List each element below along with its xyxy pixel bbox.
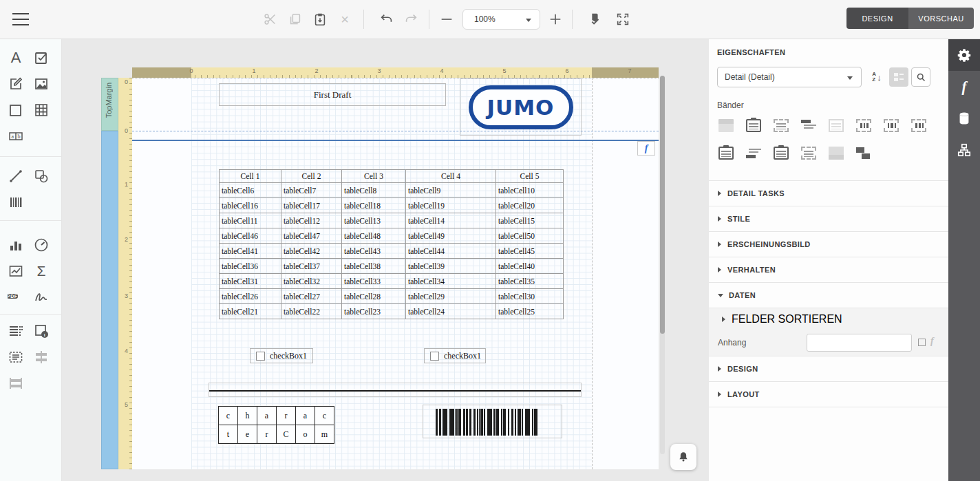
- table-cell[interactable]: tableCell31: [220, 274, 281, 289]
- logo-image-element[interactable]: JUMO: [460, 78, 582, 136]
- plain-band-icon[interactable]: [718, 119, 734, 132]
- table-cell[interactable]: tableCell19: [406, 198, 496, 213]
- text-tool-icon[interactable]: A: [7, 49, 25, 67]
- table-header-cell[interactable]: Cell 2: [281, 170, 342, 183]
- table-cell[interactable]: tableCell44: [406, 244, 496, 259]
- subreport-tool-icon[interactable]: [7, 322, 25, 340]
- table-cell[interactable]: tableCell26: [220, 289, 281, 304]
- section-erscheinungsbild[interactable]: ERSCHEINUNGSBILD: [709, 232, 948, 257]
- cut-icon[interactable]: [262, 11, 279, 28]
- image-tool-icon[interactable]: [32, 75, 50, 93]
- data-source-panel-button[interactable]: [948, 103, 980, 134]
- functions-panel-button[interactable]: f: [948, 71, 980, 103]
- table-cell[interactable]: tableCell7: [281, 183, 342, 198]
- report-band-icon[interactable]: [829, 119, 844, 132]
- table-cell[interactable]: tableCell24: [406, 304, 496, 319]
- table-cell[interactable]: tableCell35: [496, 274, 564, 289]
- zoom-level-select[interactable]: 100%: [462, 9, 540, 30]
- rectangle-tool-icon[interactable]: [7, 101, 25, 119]
- zoom-in-icon[interactable]: [547, 11, 564, 28]
- table-cell[interactable]: tableCell17: [281, 198, 342, 213]
- section-felder-sortieren[interactable]: FELDER SORTIEREN: [709, 308, 948, 330]
- section-verhalten[interactable]: VERHALTEN: [709, 257, 948, 283]
- data-header-band-icon[interactable]: [801, 119, 816, 132]
- section-daten[interactable]: DATEN: [709, 283, 948, 308]
- undo-icon[interactable]: [379, 11, 395, 28]
- table-cell[interactable]: tableCell20: [496, 198, 564, 213]
- page-footer-band-icon[interactable]: [718, 147, 734, 160]
- column-band-right-icon[interactable]: [911, 119, 926, 132]
- group-footer-band-icon[interactable]: [801, 147, 816, 160]
- table-cell[interactable]: tableCell15: [496, 213, 564, 228]
- table-cell[interactable]: tableCell32: [281, 274, 342, 289]
- band-separator-line[interactable]: [132, 140, 659, 141]
- report-tree-panel-button[interactable]: [948, 134, 980, 166]
- paste-icon[interactable]: [312, 11, 328, 28]
- table-cell[interactable]: tableCell50: [496, 228, 564, 244]
- detail-band[interactable]: [101, 131, 118, 469]
- search-properties-button[interactable]: [911, 67, 930, 87]
- delete-icon[interactable]: ×: [337, 11, 353, 28]
- horizontal-line-element[interactable]: [209, 383, 582, 397]
- overlay-band-icon[interactable]: [856, 147, 871, 160]
- element-selector-dropdown[interactable]: Detail (Detail): [717, 67, 862, 87]
- section-layout[interactable]: LAYOUT: [709, 382, 948, 407]
- table-cell[interactable]: tableCell43: [342, 244, 406, 259]
- table-cell[interactable]: tableCell21: [220, 304, 281, 319]
- table-cell[interactable]: tableCell28: [342, 289, 406, 304]
- table-header-cell[interactable]: Cell 4: [406, 170, 496, 183]
- signature-tool-icon[interactable]: [32, 288, 50, 306]
- barcode-tool-icon[interactable]: [7, 193, 25, 211]
- table-cell[interactable]: tableCell9: [406, 183, 496, 198]
- table-cell[interactable]: tableCell48: [342, 228, 406, 244]
- cross-band-tool-icon[interactable]: [7, 374, 25, 392]
- table-cell[interactable]: tableCell36: [220, 259, 281, 274]
- data-footer-band-icon[interactable]: [746, 147, 761, 160]
- line-tool-icon[interactable]: [7, 167, 25, 185]
- shape-tool-icon[interactable]: [32, 167, 50, 185]
- table-cell[interactable]: tableCell16: [220, 198, 281, 213]
- chart-tool-icon[interactable]: [7, 236, 25, 254]
- zoom-out-icon[interactable]: [438, 11, 455, 28]
- preview-tab[interactable]: VORSCHAU: [908, 8, 974, 29]
- checkbox-tool-icon[interactable]: [32, 49, 50, 67]
- table-cell[interactable]: tableCell27: [281, 289, 342, 304]
- barcode-element[interactable]: [423, 405, 562, 438]
- table-cell[interactable]: tableCell45: [496, 244, 564, 259]
- notification-bell-button[interactable]: [670, 444, 696, 470]
- table-cell[interactable]: tableCell46: [220, 228, 281, 244]
- rich-text-tool-icon[interactable]: [7, 75, 25, 93]
- function-icon[interactable]: f: [930, 336, 934, 347]
- table-cell[interactable]: tableCell40: [496, 259, 564, 274]
- table-cell[interactable]: tableCell12: [281, 213, 342, 228]
- table-cell[interactable]: tableCell18: [342, 198, 406, 213]
- table-cell[interactable]: tableCell29: [406, 289, 496, 304]
- table-cell[interactable]: tableCell23: [342, 304, 406, 319]
- page-info-tool-icon[interactable]: i: [32, 322, 50, 340]
- table-cell[interactable]: tableCell34: [406, 274, 496, 289]
- table-cell[interactable]: tableCell10: [496, 183, 564, 198]
- sparkline-tool-icon[interactable]: [7, 262, 25, 280]
- band-tool-icon[interactable]: [7, 348, 25, 366]
- page-header-band-icon[interactable]: [746, 119, 761, 132]
- checkbox-element-2[interactable]: checkBox1: [424, 348, 486, 363]
- anhang-input[interactable]: [807, 334, 912, 352]
- report-footer-band-icon[interactable]: [774, 147, 789, 160]
- settings-panel-button[interactable]: [948, 39, 980, 71]
- table-cell[interactable]: tableCell38: [342, 259, 406, 274]
- title-textbox[interactable]: First Draft: [219, 83, 446, 106]
- table-cell[interactable]: tableCell42: [281, 244, 342, 259]
- table-header-cell[interactable]: Cell 5: [496, 170, 564, 183]
- table-cell[interactable]: tableCell11: [220, 213, 281, 228]
- canvas-scrollbar[interactable]: [660, 76, 665, 454]
- group-header-band-icon[interactable]: [774, 119, 789, 132]
- table-cell[interactable]: tableCell30: [496, 289, 564, 304]
- copy-icon[interactable]: [287, 11, 303, 28]
- table-cell[interactable]: tableCell33: [342, 274, 406, 289]
- formula-tool-icon[interactable]: Σ: [32, 262, 50, 280]
- band-function-badge[interactable]: f: [637, 141, 655, 156]
- table-cell[interactable]: tableCell39: [406, 259, 496, 274]
- section-stile[interactable]: STILE: [709, 206, 948, 232]
- view-by-category-button[interactable]: [889, 67, 908, 87]
- table-cell[interactable]: tableCell8: [342, 183, 406, 198]
